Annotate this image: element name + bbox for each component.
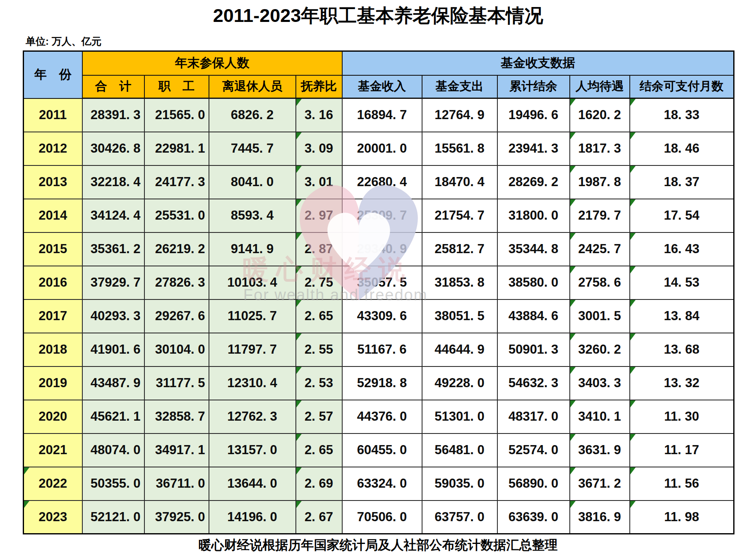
- header-group-fund: 基金收支数据: [342, 51, 734, 75]
- table-header: 年 份 年末参保人数 基金收支数据 合 计 职 工 离退休人员 抚养比 基金收入…: [24, 51, 734, 98]
- value-cell: 1620. 2: [570, 98, 630, 132]
- header-total: 合 计: [82, 75, 144, 98]
- value-cell: 63757. 0: [422, 501, 497, 534]
- header-sub-row: 合 计 职 工 离退休人员 抚养比 基金收入 基金支出 累计结余 人均待遇 结余…: [24, 75, 734, 98]
- value-cell: 3. 09: [296, 132, 342, 165]
- table-row: 2011 28391. 321565. 06826. 23. 1616894. …: [24, 98, 734, 132]
- value-cell: 3671. 2: [570, 467, 630, 501]
- value-cell: 2. 67: [296, 501, 342, 534]
- value-cell: 3001. 5: [570, 299, 630, 333]
- value-cell: 18. 33: [630, 98, 734, 132]
- value-cell: 3410. 1: [570, 400, 630, 433]
- value-cell: 34124. 4: [82, 199, 144, 232]
- value-cell: 10103. 4: [209, 266, 296, 299]
- value-cell: 28269. 2: [497, 165, 570, 199]
- value-cell: 13157. 0: [209, 433, 296, 467]
- pension-table: 年 份 年末参保人数 基金收支数据 合 计 职 工 离退休人员 抚养比 基金收入…: [23, 50, 734, 534]
- year-cell: 2013: [24, 165, 82, 199]
- page: 2011-2023年职工基本养老保险基本情况 单位: 万人、亿元 年 份 年末参…: [0, 0, 756, 558]
- year-cell: 2019: [24, 366, 82, 400]
- value-cell: 9141. 9: [209, 232, 296, 266]
- value-cell: 52121. 0: [82, 501, 144, 534]
- value-cell: 25812. 7: [422, 232, 497, 266]
- value-cell: 28391. 3: [82, 98, 144, 132]
- table-row: 2022 50355. 036711. 013644. 02. 6963324.…: [24, 467, 734, 501]
- header-per-capita-benefit: 人均待遇: [570, 75, 630, 98]
- value-cell: 25309. 7: [342, 199, 422, 232]
- value-cell: 7445. 7: [209, 132, 296, 165]
- value-cell: 48317. 0: [497, 400, 570, 433]
- value-cell: 35057. 5: [342, 266, 422, 299]
- table-row: 2017 40293. 329267. 611025. 72. 6543309.…: [24, 299, 734, 333]
- value-cell: 31853. 8: [422, 266, 497, 299]
- value-cell: 52574. 0: [497, 433, 570, 467]
- value-cell: 35361. 2: [82, 232, 144, 266]
- value-cell: 16. 43: [630, 232, 734, 266]
- value-cell: 32858. 7: [144, 400, 209, 433]
- value-cell: 11. 17: [630, 433, 734, 467]
- footer-note: 暖心财经说根据历年国家统计局及人社部公布统计数据汇总整理: [0, 536, 756, 554]
- table-row: 2021 48074. 034917. 113157. 02. 6560455.…: [24, 433, 734, 467]
- table-row: 2015 35361. 226219. 29141. 92. 8729340. …: [24, 232, 734, 266]
- value-cell: 3. 16: [296, 98, 342, 132]
- value-cell: 15561. 8: [422, 132, 497, 165]
- year-cell: 2011: [24, 98, 82, 132]
- value-cell: 3631. 9: [570, 433, 630, 467]
- value-cell: 14196. 0: [209, 501, 296, 534]
- year-cell: 2016: [24, 266, 82, 299]
- value-cell: 22680. 4: [342, 165, 422, 199]
- header-retirees: 离退休人员: [209, 75, 296, 98]
- value-cell: 3403. 3: [570, 366, 630, 400]
- table-row: 2013 32218. 424177. 38041. 03. 0122680. …: [24, 165, 734, 199]
- year-cell: 2012: [24, 132, 82, 165]
- value-cell: 48074. 0: [82, 433, 144, 467]
- value-cell: 30104. 0: [144, 333, 209, 366]
- value-cell: 17. 54: [630, 199, 734, 232]
- value-cell: 36711. 0: [144, 467, 209, 501]
- value-cell: 11. 56: [630, 467, 734, 501]
- year-cell: 2022: [24, 467, 82, 501]
- page-title: 2011-2023年职工基本养老保险基本情况: [0, 3, 756, 28]
- value-cell: 70506. 0: [342, 501, 422, 534]
- value-cell: 13. 32: [630, 366, 734, 400]
- table-row: 2023 52121. 037925. 014196. 02. 6770506.…: [24, 501, 734, 534]
- table-row: 2016 37929. 727826. 310103. 42. 7535057.…: [24, 266, 734, 299]
- value-cell: 32218. 4: [82, 165, 144, 199]
- value-cell: 2. 53: [296, 366, 342, 400]
- value-cell: 43487. 9: [82, 366, 144, 400]
- header-employees: 职 工: [144, 75, 209, 98]
- header-fund-income: 基金收入: [342, 75, 422, 98]
- value-cell: 52918. 8: [342, 366, 422, 400]
- table-row: 2012 30426. 822981. 17445. 73. 0920001. …: [24, 132, 734, 165]
- header-fund-expense: 基金支出: [422, 75, 497, 98]
- value-cell: 45621. 1: [82, 400, 144, 433]
- value-cell: 29267. 6: [144, 299, 209, 333]
- year-cell: 2015: [24, 232, 82, 266]
- table-body: 2011 28391. 321565. 06826. 23. 1616894. …: [24, 98, 734, 534]
- value-cell: 2. 69: [296, 467, 342, 501]
- value-cell: 29340. 9: [342, 232, 422, 266]
- value-cell: 63639. 0: [497, 501, 570, 534]
- value-cell: 20001. 0: [342, 132, 422, 165]
- value-cell: 2758. 6: [570, 266, 630, 299]
- value-cell: 40293. 3: [82, 299, 144, 333]
- value-cell: 8041. 0: [209, 165, 296, 199]
- value-cell: 2425. 7: [570, 232, 630, 266]
- header-cumulative-balance: 累计结余: [497, 75, 570, 98]
- value-cell: 43309. 6: [342, 299, 422, 333]
- value-cell: 12310. 4: [209, 366, 296, 400]
- header-group-insured: 年末参保人数: [82, 51, 342, 75]
- value-cell: 2. 97: [296, 199, 342, 232]
- year-cell: 2017: [24, 299, 82, 333]
- value-cell: 21565. 0: [144, 98, 209, 132]
- value-cell: 2. 55: [296, 333, 342, 366]
- year-cell: 2023: [24, 501, 82, 534]
- value-cell: 16894. 7: [342, 98, 422, 132]
- value-cell: 3816. 9: [570, 501, 630, 534]
- value-cell: 41901. 6: [82, 333, 144, 366]
- value-cell: 35344. 8: [497, 232, 570, 266]
- table-row: 2018 41901. 630104. 011797. 72. 5551167.…: [24, 333, 734, 366]
- value-cell: 1987. 8: [570, 165, 630, 199]
- value-cell: 3260. 2: [570, 333, 630, 366]
- value-cell: 23941. 3: [497, 132, 570, 165]
